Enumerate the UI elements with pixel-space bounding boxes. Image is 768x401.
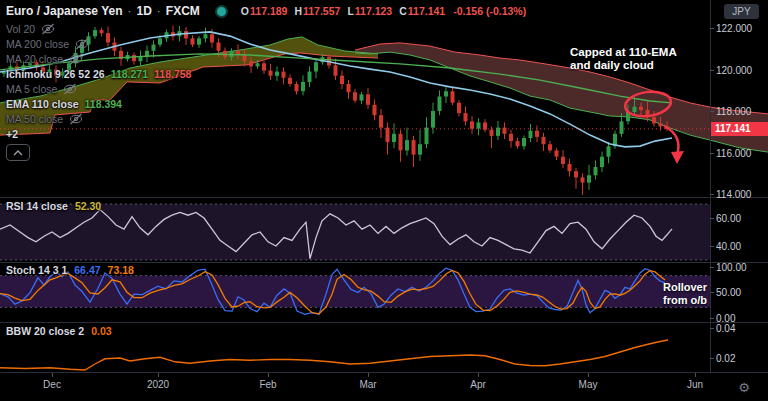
candle xyxy=(574,171,578,177)
candle xyxy=(295,84,299,91)
legend-row-value: 118.758 xyxy=(154,68,191,80)
time-tick-label: Apr xyxy=(470,379,486,390)
bbw-legend[interactable]: BBW 20 close 2 0.03 xyxy=(6,325,112,337)
rollover-annotation[interactable]: Rollover from o/b xyxy=(663,281,707,306)
legend-row-label: MA 200 close xyxy=(6,38,69,50)
bbw-tick-label: 0.04 xyxy=(716,323,735,334)
low-value: 117.123 xyxy=(355,5,392,17)
low-label: L xyxy=(347,5,353,17)
candle xyxy=(243,55,247,61)
legend-row-ma-50-close[interactable]: MA 50 close xyxy=(6,111,191,126)
stoch-legend[interactable]: Stoch 14 3 1 66.47 73.18 xyxy=(6,264,134,276)
candle xyxy=(594,167,598,175)
eye-off-icon[interactable] xyxy=(63,83,77,95)
legend-row-label: Ichimoku 9 26 52 26 xyxy=(6,68,105,80)
candle xyxy=(652,117,656,123)
candle xyxy=(347,84,351,92)
candle xyxy=(444,91,448,96)
candle xyxy=(659,123,663,126)
rsi-label: RSI 14 close xyxy=(6,200,68,212)
candle xyxy=(204,34,208,38)
high-label: H xyxy=(294,5,302,17)
axis-tick-mark xyxy=(710,267,714,268)
axis-tick-mark xyxy=(710,292,714,293)
time-tick-mark xyxy=(588,373,589,377)
stoch-d-value: 73.18 xyxy=(108,264,134,276)
close-value: 117.141 xyxy=(408,5,445,17)
legend-row-label: Vol 20 xyxy=(6,23,35,35)
candle xyxy=(477,122,481,128)
legend-collapse-button[interactable] xyxy=(6,144,30,161)
axis-tick-mark xyxy=(710,28,714,29)
candle xyxy=(249,61,253,66)
time-tick-mark xyxy=(158,373,159,377)
candle xyxy=(535,131,539,137)
axis-settings-gear-icon[interactable]: ⚙ xyxy=(732,377,756,397)
candle xyxy=(392,134,396,142)
legend-row-vol-20[interactable]: Vol 20 xyxy=(6,21,191,36)
down-arrow-head xyxy=(671,151,684,164)
indicator-legend: Vol 20MA 200 closeMA 20 closeIchimoku 9 … xyxy=(6,21,191,161)
candle xyxy=(490,130,494,136)
time-tick-label: Jun xyxy=(687,379,703,390)
axis-tick-mark xyxy=(710,318,714,319)
candle xyxy=(581,177,585,182)
stoch-tick-label: 100.00 xyxy=(716,262,747,273)
time-tick-label: Dec xyxy=(43,379,61,390)
chart-header: Euro / Japanese Yen · 1D · FXCM O117.189… xyxy=(6,3,526,19)
candle xyxy=(522,138,526,146)
separator: · xyxy=(157,4,161,18)
symbol-title[interactable]: Euro / Japanese Yen xyxy=(6,4,123,18)
legend-row-label: MA 50 close xyxy=(6,113,63,125)
candle xyxy=(639,107,643,110)
candle xyxy=(483,122,487,129)
axis-tick-mark xyxy=(710,328,714,329)
candle xyxy=(561,157,565,164)
legend-row-ma-20-close[interactable]: MA 20 close xyxy=(6,51,191,66)
rsi-legend[interactable]: RSI 14 close 52.30 xyxy=(6,200,101,212)
currency-badge: JPY xyxy=(724,4,759,19)
last-price-badge: 117.141 xyxy=(711,122,768,136)
trading-chart-window: Euro / Japanese Yen · 1D · FXCM O117.189… xyxy=(0,0,768,401)
market-status-icon[interactable] xyxy=(215,5,228,18)
candle xyxy=(568,164,572,171)
separator: · xyxy=(128,4,132,18)
candle xyxy=(379,115,383,127)
legend-row-ma-5-close[interactable]: MA 5 close xyxy=(6,81,191,96)
candle xyxy=(438,97,442,112)
rsi-value: 52.30 xyxy=(75,200,101,212)
bbw-label: BBW 20 close 2 xyxy=(6,325,84,337)
time-tick-label: Feb xyxy=(259,379,276,390)
stoch-tick-label: 50.00 xyxy=(716,286,741,297)
candle xyxy=(542,137,546,144)
axis-tick-mark xyxy=(710,246,714,247)
eye-off-icon[interactable] xyxy=(41,23,55,35)
axis-tick-mark xyxy=(710,194,714,195)
candle xyxy=(282,72,286,78)
candle xyxy=(412,140,416,155)
candle xyxy=(340,76,344,84)
eye-off-icon[interactable] xyxy=(69,53,83,65)
legend-row-ema-110-close[interactable]: EMA 110 close118.394 xyxy=(6,96,191,111)
price-tick-label: 122.000 xyxy=(716,23,752,34)
price-tick-label: 116.000 xyxy=(716,147,751,158)
capped-annotation[interactable]: Capped at 110-EMA and daily cloud xyxy=(570,46,677,71)
eye-off-icon[interactable] xyxy=(75,38,89,50)
candle xyxy=(509,134,513,141)
candle xyxy=(516,141,520,146)
candle xyxy=(633,107,637,112)
candle xyxy=(425,128,429,145)
legend-row-label: EMA 110 close xyxy=(6,98,79,110)
legend-row-ma-200-close[interactable]: MA 200 close xyxy=(6,36,191,51)
candle xyxy=(353,92,357,100)
legend-row-ichimoku-9-26-52-26[interactable]: Ichimoku 9 26 52 26118.271118.758 xyxy=(6,66,191,81)
eye-off-icon[interactable] xyxy=(69,113,83,125)
legend-row--2[interactable]: +2 xyxy=(6,126,191,141)
timeframe-label[interactable]: 1D xyxy=(137,4,152,18)
candle xyxy=(399,134,403,151)
candle xyxy=(600,157,604,167)
time-tick-mark xyxy=(268,373,269,377)
candle xyxy=(288,78,292,84)
candle xyxy=(431,111,435,128)
open-value: 117.189 xyxy=(250,5,287,17)
